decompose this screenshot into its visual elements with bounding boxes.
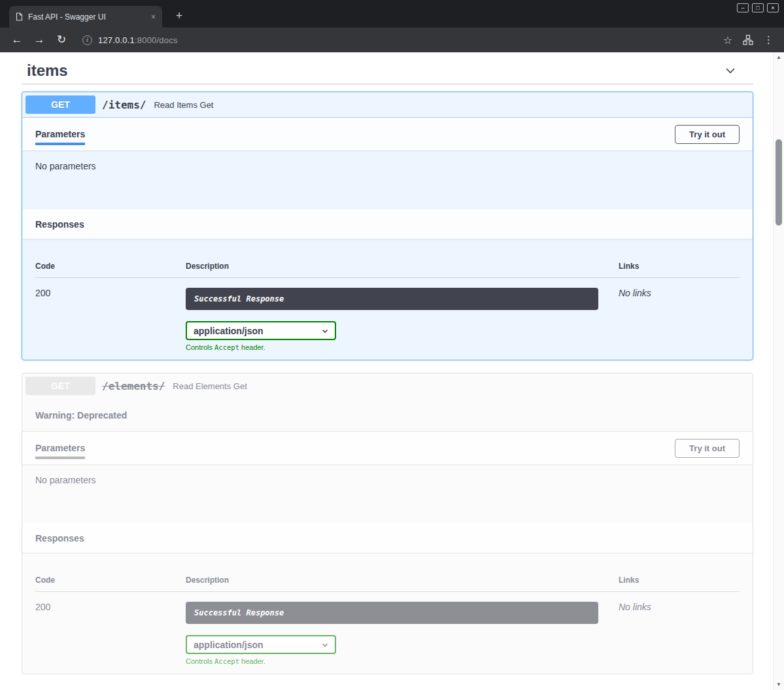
response-description-cell: Successful Response application/json Con… (186, 602, 619, 665)
address-bar[interactable]: i 127.0.0.1:8000/docs (82, 35, 719, 45)
parameters-tab[interactable]: Parameters (35, 443, 85, 453)
try-it-out-button[interactable]: Try it out (675, 439, 740, 458)
swagger-page: items GET /items/ Read Items Get Paramet… (0, 58, 773, 674)
browser-titlebar: Fast API - Swagger UI × + – □ × (0, 0, 784, 27)
browser-menu-icon[interactable]: ⋮ (764, 34, 774, 46)
url-path: :8000/docs (135, 35, 178, 45)
responses-body: Code Description Links 200 Successful Re… (22, 239, 753, 360)
new-tab-button[interactable]: + (171, 9, 187, 24)
scrollbar-thumb[interactable] (775, 139, 782, 226)
deprecated-warning: Warning: Deprecated (22, 398, 753, 432)
links-value: No links (619, 602, 740, 665)
parameters-header: Parameters Try it out (22, 432, 753, 464)
response-description-cell: Successful Response application/json Con… (186, 288, 619, 351)
links-column-header: Links (619, 262, 740, 271)
url-host: 127.0.0.1 (98, 35, 135, 45)
maximize-button[interactable]: □ (752, 3, 764, 12)
parameters-body: No parameters (22, 150, 753, 209)
bookmark-star-icon[interactable]: ☆ (723, 34, 732, 46)
description-column-header: Description (186, 262, 619, 271)
forward-button[interactable]: → (30, 31, 48, 49)
method-badge: GET (26, 95, 95, 114)
no-parameters-text: No parameters (35, 475, 96, 485)
page-scrollbar[interactable]: ▲ ▼ (773, 52, 784, 690)
tag-section-items[interactable]: items (22, 58, 753, 84)
select-chevron-icon (320, 640, 330, 649)
method-badge: GET (26, 377, 95, 395)
endpoint-summary: Read Elements Get (173, 381, 247, 391)
minimize-button[interactable]: – (737, 3, 749, 12)
operation-summary[interactable]: GET /elements/ Read Elements Get (22, 373, 753, 398)
responses-table-header: Code Description Links (35, 262, 740, 278)
response-row: 200 Successful Response application/json… (35, 278, 740, 351)
try-it-out-button[interactable]: Try it out (675, 125, 740, 144)
window-close-button[interactable]: × (767, 3, 779, 12)
responses-title: Responses (35, 219, 84, 230)
responses-header: Responses (22, 209, 753, 239)
page-icon (16, 12, 23, 21)
responses-title: Responses (35, 533, 84, 543)
links-column-header: Links (619, 576, 740, 585)
media-type-select[interactable]: application/json (186, 635, 336, 654)
browser-tab[interactable]: Fast API - Swagger UI × (9, 6, 162, 27)
scroll-down-icon[interactable]: ▼ (774, 680, 784, 689)
endpoint-path: /elements/ (102, 380, 165, 392)
responses-header: Responses (22, 523, 753, 553)
tag-title: items (27, 61, 68, 80)
tab-close-icon[interactable]: × (151, 13, 156, 21)
response-row: 200 Successful Response application/json… (35, 592, 740, 665)
page-viewport: items GET /items/ Read Items Get Paramet… (0, 52, 773, 690)
endpoint-summary: Read Items Get (154, 100, 213, 110)
responses-table-header: Code Description Links (35, 576, 740, 592)
parameters-tab[interactable]: Parameters (35, 129, 85, 139)
back-button[interactable]: ← (8, 31, 26, 49)
scroll-up-icon[interactable]: ▲ (774, 53, 784, 62)
media-type-value: application/json (194, 326, 264, 336)
parameters-header: Parameters Try it out (22, 118, 753, 150)
opblock-get-items: GET /items/ Read Items Get Parameters Tr… (22, 92, 753, 360)
response-description-box: Successful Response (186, 602, 598, 624)
operation-summary[interactable]: GET /items/ Read Items Get (22, 92, 753, 118)
sitemap-icon[interactable] (743, 35, 753, 45)
reload-button[interactable]: ↻ (52, 31, 71, 49)
responses-body: Code Description Links 200 Successful Re… (22, 553, 753, 674)
toolbar-actions: ☆ ⋮ (723, 34, 774, 46)
window-controls: – □ × (737, 3, 779, 12)
browser-toolbar: ← → ↻ i 127.0.0.1:8000/docs ☆ ⋮ (0, 27, 784, 52)
url-text: 127.0.0.1:8000/docs (98, 35, 178, 45)
response-code: 200 (35, 288, 186, 351)
response-description-box: Successful Response (186, 288, 598, 310)
code-column-header: Code (35, 576, 186, 585)
media-type-value: application/json (194, 640, 264, 650)
opblock-get-elements: GET /elements/ Read Elements Get Warning… (22, 373, 753, 674)
tab-title: Fast API - Swagger UI (28, 12, 146, 22)
media-type-select[interactable]: application/json (186, 321, 336, 340)
description-column-header: Description (186, 576, 619, 585)
collapse-chevron-icon (723, 63, 738, 78)
code-column-header: Code (35, 262, 186, 271)
site-info-icon[interactable]: i (82, 35, 92, 45)
parameters-body: No parameters (22, 464, 753, 523)
endpoint-path: /items/ (102, 99, 146, 111)
response-code: 200 (35, 602, 186, 665)
links-value: No links (619, 288, 740, 351)
accept-header-hint: Controls Accept header. (186, 657, 619, 665)
no-parameters-text: No parameters (35, 161, 96, 171)
accept-header-hint: Controls Accept header. (186, 343, 619, 351)
select-chevron-icon (320, 326, 330, 336)
